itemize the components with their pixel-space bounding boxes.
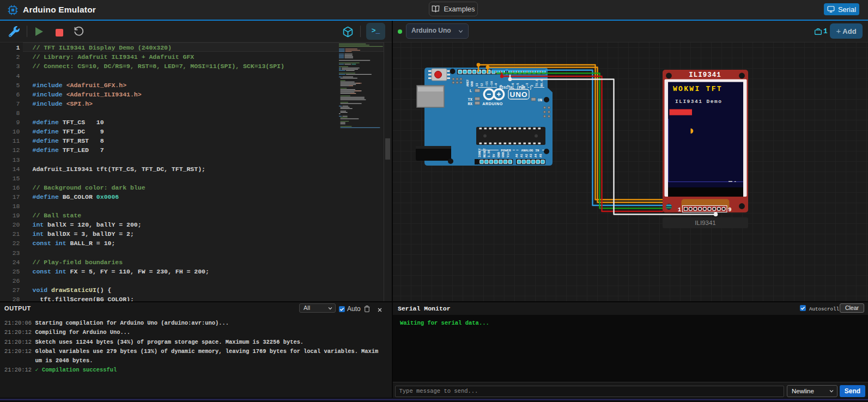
svg-text:~9: ~9: [494, 83, 498, 87]
svg-text:GND: GND: [497, 151, 501, 157]
svg-text:~10: ~10: [490, 81, 494, 87]
svg-text:TX: TX: [468, 98, 473, 102]
svg-text:ARDUINO: ARDUINO: [482, 101, 503, 106]
svg-text:L: L: [470, 89, 472, 93]
svg-text:5V: 5V: [492, 154, 496, 157]
svg-text:WOKWI TFT: WOKWI TFT: [673, 85, 723, 93]
svg-text:AREF: AREF: [466, 79, 470, 87]
svg-text:RX: RX: [468, 102, 473, 106]
svg-text:RESET: RESET: [483, 148, 487, 157]
svg-text:3.3V: 3.3V: [487, 150, 491, 157]
svg-text:A4: A4: [534, 154, 538, 157]
svg-text:A1: A1: [520, 154, 524, 157]
svg-text:Vin: Vin: [506, 151, 510, 157]
svg-text:A0: A0: [515, 154, 519, 157]
svg-text:GND: GND: [470, 81, 474, 87]
svg-text:UNO: UNO: [510, 90, 528, 99]
svg-text:13: 13: [475, 83, 479, 87]
svg-text:ILI9341: ILI9341: [689, 71, 721, 79]
svg-text:ANALOG IN: ANALOG IN: [521, 149, 539, 153]
svg-text:12: 12: [480, 83, 484, 87]
svg-text:TX→1: TX→1: [535, 79, 539, 87]
svg-text:A5: A5: [539, 154, 543, 157]
svg-text:RX←0: RX←0: [540, 79, 544, 87]
svg-text:ON: ON: [538, 99, 542, 102]
svg-text:ILI9341: ILI9341: [695, 220, 715, 226]
svg-text:ILI9341 Demo: ILI9341 Demo: [675, 99, 722, 105]
svg-text:A3: A3: [529, 154, 533, 157]
svg-text:~11: ~11: [485, 81, 489, 87]
svg-text:IOREF: IOREF: [478, 148, 482, 157]
svg-text:9: 9: [729, 207, 732, 213]
svg-text:1: 1: [678, 207, 681, 213]
svg-text:GND: GND: [501, 151, 505, 157]
svg-text:A2: A2: [525, 154, 529, 157]
